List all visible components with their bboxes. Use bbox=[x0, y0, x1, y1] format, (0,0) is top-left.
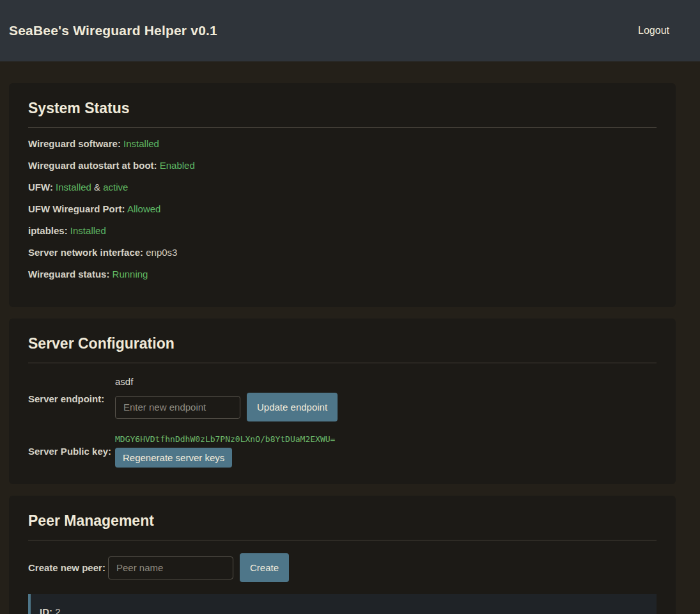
status-value-ok: Installed bbox=[56, 182, 91, 193]
create-peer-button[interactable]: Create bbox=[240, 553, 289, 582]
status-row: Wireguard software: Installed bbox=[28, 138, 657, 150]
server-endpoint-label: Server endpoint: bbox=[28, 393, 115, 404]
status-value: Installed & active bbox=[56, 182, 128, 193]
status-label: Wireguard status: bbox=[28, 269, 109, 279]
server-public-key-label: Server Public key: bbox=[28, 446, 115, 457]
status-label: Server network interface: bbox=[28, 247, 143, 258]
server-endpoint-current-value: asdf bbox=[115, 376, 338, 387]
server-configuration-heading: Server Configuration bbox=[28, 335, 665, 352]
status-value-ok: Installed bbox=[70, 225, 106, 236]
status-label: iptables: bbox=[28, 225, 68, 236]
status-value: Installed bbox=[70, 225, 106, 236]
main-content: System Status Wireguard software: Instal… bbox=[9, 83, 676, 614]
status-value: enp0s3 bbox=[146, 247, 177, 258]
status-value: Allowed bbox=[127, 203, 161, 214]
peer-name-input[interactable] bbox=[108, 556, 233, 579]
server-endpoint-input[interactable] bbox=[115, 396, 240, 419]
update-endpoint-button[interactable]: Update endpoint bbox=[247, 393, 338, 421]
system-status-card: System Status Wireguard software: Instal… bbox=[9, 83, 676, 307]
status-label: UFW: bbox=[28, 182, 53, 193]
peer-id-line: ID: 2 bbox=[40, 604, 646, 614]
status-value-ok: Enabled bbox=[160, 160, 195, 171]
status-row: UFW Wireguard Port: Allowed bbox=[28, 203, 657, 215]
status-label: UFW Wireguard Port: bbox=[28, 203, 125, 214]
status-value-ok: Installed bbox=[123, 138, 159, 149]
app-title: SeaBee's Wireguard Helper v0.1 bbox=[9, 23, 217, 38]
status-row: Wireguard autostart at boot: Enabled bbox=[28, 160, 657, 171]
app-header: SeaBee's Wireguard Helper v0.1 Logout bbox=[0, 0, 700, 61]
status-row: UFW: Installed & active bbox=[28, 182, 657, 193]
status-value-ok: active bbox=[103, 182, 128, 193]
peer-id-label: ID: bbox=[40, 606, 52, 614]
status-value-plain: enp0s3 bbox=[146, 247, 177, 258]
status-row: Server network interface: enp0s3 bbox=[28, 247, 657, 258]
peer-management-heading: Peer Management bbox=[28, 512, 665, 530]
status-row: Wireguard status: Running bbox=[28, 269, 657, 280]
divider bbox=[28, 540, 657, 540]
create-peer-label: Create new peer: bbox=[28, 562, 108, 573]
divider bbox=[28, 127, 657, 128]
server-public-key-value: MDGY6HVDtfhnDdhW0zLb7PNz0LXnO/b8YtDUaM2E… bbox=[115, 434, 335, 444]
peer-id-value: 2 bbox=[55, 606, 60, 614]
server-configuration-card: Server Configuration Server endpoint: as… bbox=[9, 319, 676, 484]
status-value-ok: Running bbox=[113, 269, 148, 279]
create-peer-row: Create new peer: Create bbox=[28, 553, 657, 582]
status-value: Running bbox=[113, 269, 148, 279]
status-value-ok: Allowed bbox=[127, 203, 161, 214]
status-value-plain: & bbox=[91, 182, 103, 193]
status-label: Wireguard software: bbox=[28, 138, 121, 149]
divider bbox=[28, 363, 657, 363]
status-label: Wireguard autostart at boot: bbox=[28, 160, 157, 171]
status-value: Enabled bbox=[160, 160, 195, 171]
peer-management-card: Peer Management Create new peer: Create … bbox=[9, 496, 676, 614]
regenerate-server-keys-button[interactable]: Regenerate server keys bbox=[115, 448, 232, 468]
status-row: iptables: Installed bbox=[28, 225, 657, 237]
server-endpoint-row: Server endpoint: asdf Update endpoint bbox=[28, 376, 657, 421]
system-status-heading: System Status bbox=[28, 100, 665, 117]
system-status-list: Wireguard software: Installed Wireguard … bbox=[19, 138, 665, 280]
server-public-key-row: Server Public key: MDGY6HVDtfhnDdhW0zLb7… bbox=[28, 434, 657, 468]
status-value: Installed bbox=[123, 138, 159, 149]
logout-link[interactable]: Logout bbox=[638, 25, 669, 36]
peer-list: ID: 2 Name: asdf Public Key: ckyOHj5Bk87… bbox=[28, 594, 657, 614]
peer-item: ID: 2 Name: asdf Public Key: ckyOHj5Bk87… bbox=[28, 594, 657, 614]
